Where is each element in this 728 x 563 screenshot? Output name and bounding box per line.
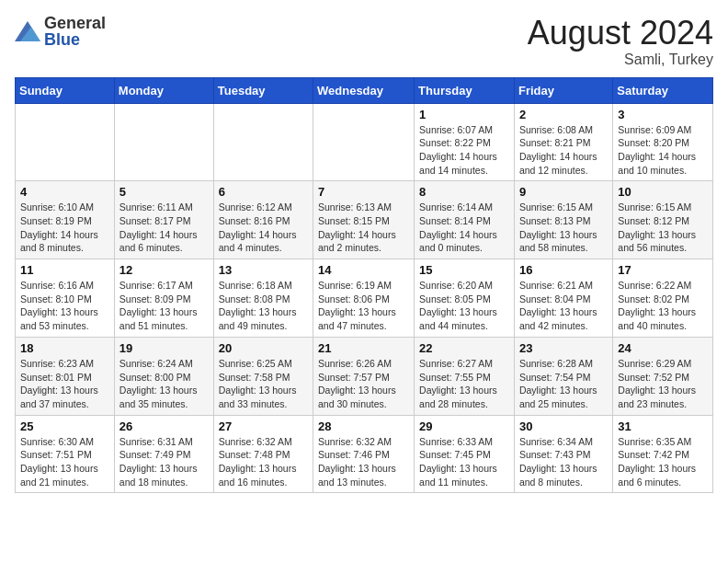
- calendar-cell-w5-d5: 29Sunrise: 6:33 AMSunset: 7:45 PMDayligh…: [415, 415, 515, 493]
- day-info: Sunrise: 6:09 AMSunset: 8:20 PMDaylight:…: [618, 123, 708, 178]
- calendar-cell-w4-d3: 20Sunrise: 6:25 AMSunset: 7:58 PMDayligh…: [213, 337, 313, 415]
- day-number: 15: [419, 263, 509, 277]
- day-info: Sunrise: 6:24 AMSunset: 8:00 PMDaylight:…: [119, 357, 209, 411]
- logo-blue-text: Blue: [44, 30, 80, 49]
- day-number: 30: [519, 419, 608, 433]
- day-info: Sunrise: 6:23 AMSunset: 8:01 PMDaylight:…: [20, 357, 109, 411]
- day-info: Sunrise: 6:19 AMSunset: 8:06 PMDaylight:…: [318, 279, 409, 333]
- calendar-cell-w4-d5: 22Sunrise: 6:27 AMSunset: 7:55 PMDayligh…: [415, 337, 515, 415]
- calendar-table: Sunday Monday Tuesday Wednesday Thursday…: [15, 77, 713, 494]
- calendar-week-5: 25Sunrise: 6:30 AMSunset: 7:51 PMDayligh…: [16, 415, 713, 493]
- day-number: 4: [20, 185, 109, 199]
- title-area: August 2024 Samli, Turkey: [528, 15, 713, 68]
- calendar-week-3: 11Sunrise: 6:16 AMSunset: 8:10 PMDayligh…: [16, 259, 713, 338]
- day-number: 24: [618, 341, 708, 355]
- day-number: 31: [618, 419, 708, 433]
- day-number: 1: [419, 108, 509, 121]
- day-number: 7: [318, 185, 409, 199]
- header-thursday: Thursday: [415, 77, 515, 103]
- header-tuesday: Tuesday: [213, 77, 313, 103]
- page-header: General Blue August 2024 Samli, Turkey: [15, 15, 713, 68]
- calendar-cell-w2-d5: 8Sunrise: 6:14 AMSunset: 8:14 PMDaylight…: [415, 181, 515, 259]
- day-info: Sunrise: 6:11 AMSunset: 8:17 PMDaylight:…: [119, 201, 209, 255]
- day-number: 8: [419, 185, 509, 199]
- header-monday: Monday: [114, 77, 213, 103]
- location-subtitle: Samli, Turkey: [528, 52, 713, 68]
- day-info: Sunrise: 6:16 AMSunset: 8:10 PMDaylight:…: [20, 279, 109, 333]
- calendar-cell-w4-d1: 18Sunrise: 6:23 AMSunset: 8:01 PMDayligh…: [16, 337, 115, 415]
- header-friday: Friday: [514, 77, 612, 103]
- logo-icon: [15, 21, 40, 41]
- day-number: 22: [419, 341, 509, 355]
- day-info: Sunrise: 6:14 AMSunset: 8:14 PMDaylight:…: [419, 201, 509, 255]
- calendar-cell-w2-d2: 5Sunrise: 6:11 AMSunset: 8:17 PMDaylight…: [114, 181, 213, 259]
- day-info: Sunrise: 6:15 AMSunset: 8:13 PMDaylight:…: [519, 201, 608, 255]
- day-number: 12: [119, 263, 209, 277]
- logo-general-text: General: [44, 14, 106, 32]
- day-info: Sunrise: 6:35 AMSunset: 7:42 PMDaylight:…: [618, 435, 708, 489]
- calendar-cell-w4-d4: 21Sunrise: 6:26 AMSunset: 7:57 PMDayligh…: [313, 337, 415, 415]
- calendar-cell-w5-d2: 26Sunrise: 6:31 AMSunset: 7:49 PMDayligh…: [114, 415, 213, 493]
- calendar-cell-w3-d7: 17Sunrise: 6:22 AMSunset: 8:02 PMDayligh…: [613, 259, 713, 338]
- calendar-cell-w5-d6: 30Sunrise: 6:34 AMSunset: 7:43 PMDayligh…: [514, 415, 612, 493]
- logo: General Blue: [15, 15, 106, 48]
- day-number: 10: [618, 185, 708, 199]
- day-number: 29: [419, 419, 509, 433]
- calendar-header-row: Sunday Monday Tuesday Wednesday Thursday…: [16, 77, 713, 103]
- calendar-cell-w3-d5: 15Sunrise: 6:20 AMSunset: 8:05 PMDayligh…: [415, 259, 515, 338]
- day-info: Sunrise: 6:12 AMSunset: 8:16 PMDaylight:…: [219, 201, 308, 255]
- calendar-cell-w1-d2: [114, 103, 213, 181]
- calendar-cell-w2-d3: 6Sunrise: 6:12 AMSunset: 8:16 PMDaylight…: [213, 181, 313, 259]
- header-saturday: Saturday: [613, 77, 713, 103]
- calendar-cell-w5-d7: 31Sunrise: 6:35 AMSunset: 7:42 PMDayligh…: [613, 415, 713, 493]
- calendar-cell-w1-d3: [213, 103, 313, 181]
- day-number: 16: [519, 263, 608, 277]
- header-sunday: Sunday: [16, 77, 115, 103]
- day-info: Sunrise: 6:29 AMSunset: 7:52 PMDaylight:…: [618, 357, 708, 411]
- day-info: Sunrise: 6:07 AMSunset: 8:22 PMDaylight:…: [419, 123, 509, 178]
- day-info: Sunrise: 6:10 AMSunset: 8:19 PMDaylight:…: [20, 201, 109, 255]
- calendar-cell-w2-d6: 9Sunrise: 6:15 AMSunset: 8:13 PMDaylight…: [514, 181, 612, 259]
- day-number: 14: [318, 263, 409, 277]
- day-number: 17: [618, 263, 708, 277]
- calendar-cell-w1-d1: [16, 103, 115, 181]
- day-number: 20: [219, 341, 308, 355]
- calendar-cell-w5-d4: 28Sunrise: 6:32 AMSunset: 7:46 PMDayligh…: [313, 415, 415, 493]
- day-info: Sunrise: 6:26 AMSunset: 7:57 PMDaylight:…: [318, 357, 409, 411]
- day-info: Sunrise: 6:18 AMSunset: 8:08 PMDaylight:…: [219, 279, 308, 333]
- day-number: 3: [618, 108, 708, 121]
- calendar-week-1: 1Sunrise: 6:07 AMSunset: 8:22 PMDaylight…: [16, 103, 713, 181]
- day-number: 23: [519, 341, 608, 355]
- day-info: Sunrise: 6:21 AMSunset: 8:04 PMDaylight:…: [519, 279, 608, 333]
- day-info: Sunrise: 6:17 AMSunset: 8:09 PMDaylight:…: [119, 279, 209, 333]
- day-number: 18: [20, 341, 109, 355]
- day-info: Sunrise: 6:31 AMSunset: 7:49 PMDaylight:…: [119, 435, 209, 489]
- day-number: 11: [20, 263, 109, 277]
- calendar-cell-w4-d2: 19Sunrise: 6:24 AMSunset: 8:00 PMDayligh…: [114, 337, 213, 415]
- day-number: 2: [519, 108, 608, 121]
- day-info: Sunrise: 6:13 AMSunset: 8:15 PMDaylight:…: [318, 201, 409, 255]
- day-info: Sunrise: 6:27 AMSunset: 7:55 PMDaylight:…: [419, 357, 509, 411]
- day-number: 9: [519, 185, 608, 199]
- day-info: Sunrise: 6:15 AMSunset: 8:12 PMDaylight:…: [618, 201, 708, 255]
- day-info: Sunrise: 6:33 AMSunset: 7:45 PMDaylight:…: [419, 435, 509, 489]
- day-number: 28: [318, 419, 409, 433]
- day-info: Sunrise: 6:34 AMSunset: 7:43 PMDaylight:…: [519, 435, 608, 489]
- day-number: 6: [219, 185, 308, 199]
- day-number: 13: [219, 263, 308, 277]
- day-number: 26: [119, 419, 209, 433]
- day-number: 5: [119, 185, 209, 199]
- day-info: Sunrise: 6:20 AMSunset: 8:05 PMDaylight:…: [419, 279, 509, 333]
- calendar-cell-w2-d7: 10Sunrise: 6:15 AMSunset: 8:12 PMDayligh…: [613, 181, 713, 259]
- calendar-week-4: 18Sunrise: 6:23 AMSunset: 8:01 PMDayligh…: [16, 337, 713, 415]
- calendar-week-2: 4Sunrise: 6:10 AMSunset: 8:19 PMDaylight…: [16, 181, 713, 259]
- day-info: Sunrise: 6:30 AMSunset: 7:51 PMDaylight:…: [20, 435, 109, 489]
- month-year-title: August 2024: [528, 15, 713, 52]
- calendar-cell-w3-d4: 14Sunrise: 6:19 AMSunset: 8:06 PMDayligh…: [313, 259, 415, 338]
- calendar-cell-w4-d6: 23Sunrise: 6:28 AMSunset: 7:54 PMDayligh…: [514, 337, 612, 415]
- calendar-cell-w1-d6: 2Sunrise: 6:08 AMSunset: 8:21 PMDaylight…: [514, 103, 612, 181]
- calendar-cell-w5-d3: 27Sunrise: 6:32 AMSunset: 7:48 PMDayligh…: [213, 415, 313, 493]
- calendar-cell-w4-d7: 24Sunrise: 6:29 AMSunset: 7:52 PMDayligh…: [613, 337, 713, 415]
- calendar-cell-w3-d3: 13Sunrise: 6:18 AMSunset: 8:08 PMDayligh…: [213, 259, 313, 338]
- calendar-cell-w2-d1: 4Sunrise: 6:10 AMSunset: 8:19 PMDaylight…: [16, 181, 115, 259]
